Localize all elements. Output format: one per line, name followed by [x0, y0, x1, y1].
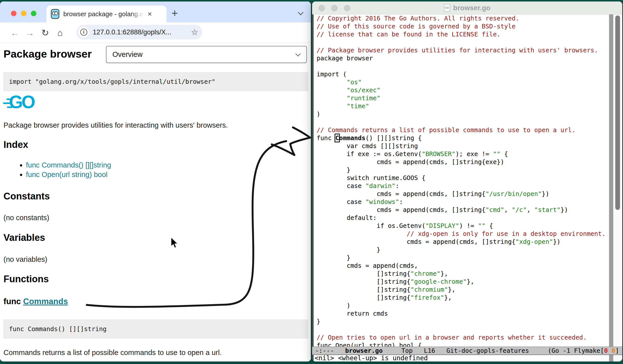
page-title: Package browser: [3, 48, 92, 60]
bookmark-star-icon[interactable]: ☆: [191, 27, 198, 37]
package-description: Package browser provides utilities for i…: [3, 121, 228, 129]
emacs-window: GO browser.go // Copyright 2016 The Go A…: [312, 1, 622, 362]
go-logo-text: GO: [9, 93, 34, 111]
commands-link[interactable]: Commands: [23, 297, 68, 306]
inactive-zoom-button[interactable]: [344, 5, 350, 11]
minimize-window-button[interactable]: [21, 11, 26, 16]
constants-empty-text: (no constants): [3, 214, 49, 222]
reload-icon[interactable]: ↻: [41, 28, 49, 37]
list-item: func Commands() [][]string: [26, 160, 111, 170]
desktop: browser package - golang.org × + ← → ↻ ⌂…: [0, 0, 623, 364]
emacs-buffer[interactable]: // Copyright 2016 The Go Authors. All ri…: [314, 14, 615, 347]
close-window-button[interactable]: [11, 11, 16, 16]
emacs-window-controls[interactable]: [319, 5, 350, 11]
window-controls: [11, 11, 36, 16]
home-icon[interactable]: ⌂: [57, 28, 63, 37]
func-signature-block: func Commands() [][]string: [3, 319, 308, 339]
emacs-code[interactable]: // Copyright 2016 The Go Authors. All ri…: [314, 14, 615, 347]
go-file-icon: GO: [444, 4, 450, 12]
zoom-window-button[interactable]: [31, 11, 36, 16]
go-logo: GO: [3, 93, 53, 113]
func-keyword: func: [3, 297, 23, 306]
nav-select[interactable]: Overview: [106, 46, 307, 63]
flymake-warning-count: 0: [612, 347, 615, 354]
emacs-echo-area: <nil> <wheel-up> is undefined: [315, 355, 428, 362]
index-list: func Commands() [][]string func Open(url…: [3, 160, 111, 179]
modeline-space: [608, 347, 612, 354]
tab-search-chevron-icon[interactable]: [298, 10, 304, 15]
back-icon[interactable]: ←: [10, 28, 19, 37]
commands-description: Commands returns a list of possible comm…: [3, 349, 222, 357]
emacs-scrollbar-thumb[interactable]: [615, 15, 620, 210]
modeline-filename: browser.go: [345, 347, 383, 354]
variables-heading: Variables: [3, 232, 45, 243]
site-info-button[interactable]: i: [78, 27, 89, 38]
inactive-minimize-button[interactable]: [331, 5, 338, 11]
browser-tab[interactable]: browser package - golang.org ×: [46, 5, 167, 22]
list-item: func Open(url string) bool: [26, 170, 111, 179]
func-commands-heading: func Commands: [3, 297, 68, 306]
modeline-status: -:---: [315, 347, 345, 354]
new-tab-button[interactable]: +: [172, 7, 178, 19]
import-code-block: import "golang.org/x/tools/gopls/interna…: [3, 72, 308, 91]
variables-empty-text: (no variables): [3, 255, 47, 264]
constants-heading: Constants: [3, 191, 50, 202]
doc-page: Package browser Overview import "golang.…: [0, 43, 311, 362]
browser-window: browser package - golang.org × + ← → ↻ ⌂…: [0, 1, 311, 362]
emacs-left-border: [312, 14, 314, 362]
browser-toolbar: ← → ↻ ⌂ i 127.0.0.1:62888/gopls/X... ☆ ↕…: [0, 22, 311, 43]
tab-close-icon[interactable]: ×: [148, 10, 152, 18]
info-icon: i: [80, 29, 87, 36]
modeline-bracket: ]: [615, 347, 619, 354]
modeline-position-and-modes: Top L16 Git-doc-gopls-features (Go -1 Fl…: [383, 347, 604, 354]
emacs-window-title: browser.go: [453, 4, 490, 12]
address-bar[interactable]: i 127.0.0.1:62888/gopls/X... ☆: [76, 25, 202, 39]
index-heading: Index: [3, 139, 28, 150]
flymake-error-count: 0: [604, 347, 608, 354]
index-link-commands[interactable]: func Commands() [][]string: [26, 161, 111, 169]
tab-title: browser package - golang.org: [63, 10, 146, 18]
emacs-minibuffer-scrollbar-column: [609, 355, 613, 362]
nav-select-value: Overview: [112, 50, 143, 59]
chevron-down-icon: [295, 51, 301, 56]
emacs-modeline[interactable]: -:--- browser.go Top L16 Git-doc-gopls-f…: [312, 347, 622, 355]
emacs-titlebar[interactable]: GO browser.go: [312, 1, 622, 14]
forward-icon[interactable]: →: [25, 28, 34, 37]
url-text[interactable]: 127.0.0.1:62888/gopls/X...: [93, 28, 171, 36]
gopher-favicon-icon: [51, 9, 59, 19]
tab-strip: browser package - golang.org × +: [0, 1, 311, 22]
inactive-close-button[interactable]: [319, 5, 325, 11]
index-link-open[interactable]: func Open(url string) bool: [26, 171, 107, 179]
functions-heading: Functions: [3, 274, 49, 284]
